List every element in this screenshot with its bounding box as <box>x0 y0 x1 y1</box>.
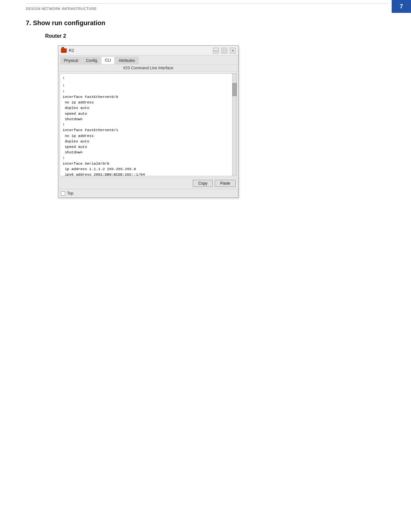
terminal-area[interactable]: ! !!interface FastEthernet0/0 no ip addr… <box>60 73 237 176</box>
header-text: DESIGN NETWORK INFRASTRUCTURE <box>26 7 97 11</box>
tab-attributes[interactable]: Attributes <box>115 57 139 64</box>
terminal-line: ! <box>60 83 237 88</box>
titlebar-controls[interactable]: — □ × <box>213 48 236 53</box>
subsection-title: Router 2 <box>45 33 385 39</box>
terminal-line: duplex auto <box>60 139 237 144</box>
main-content: 7. Show run configuration Router 2 R2 — … <box>26 19 385 198</box>
terminal-line: duplex auto <box>60 105 237 111</box>
top-checkbox[interactable] <box>61 191 65 196</box>
maximize-button[interactable]: □ <box>221 48 227 53</box>
tab-bar: Physical Config CLI Attributes <box>58 55 238 64</box>
page-header: DESIGN NETWORK INFRASTRUCTURE <box>26 3 388 11</box>
terminal-content: ! <box>60 73 237 83</box>
terminal-line: shutdown <box>60 116 237 122</box>
terminal-line: interface Serial0/0/0 <box>60 161 237 166</box>
terminal-line: ip address 1.1.1.2 255.255.255.0 <box>60 166 237 172</box>
terminal-line: no ip address <box>60 133 237 139</box>
copy-button[interactable]: Copy <box>193 180 213 187</box>
terminal-line: ! <box>60 89 237 94</box>
section-title: 7. Show run configuration <box>26 19 385 27</box>
terminal-line: speed auto <box>60 111 237 116</box>
minimize-button[interactable]: — <box>213 48 219 53</box>
terminal-lines: !!interface FastEthernet0/0 no ip addres… <box>60 83 237 176</box>
terminal-line: interface FastEthernet0/1 <box>60 127 237 133</box>
terminal-line: interface FastEthernet0/0 <box>60 94 237 100</box>
terminal-line: ipv6 address 2001:DB8:BCDE:202::1/64 <box>60 172 237 176</box>
ios-header: IOS Command Line Interface <box>58 64 238 72</box>
terminal-line: speed auto <box>60 144 237 150</box>
router-icon <box>61 48 67 53</box>
paste-button[interactable]: Paste <box>215 180 236 187</box>
page-number-badge: 7 <box>392 0 411 13</box>
bottom-bar: Top <box>58 189 238 198</box>
window-title: R2 <box>69 48 74 53</box>
terminal-line: shutdown <box>60 150 237 155</box>
terminal-line: no ip address <box>60 100 237 105</box>
titlebar-left: R2 <box>61 48 74 53</box>
tab-config[interactable]: Config <box>83 57 101 64</box>
top-label: Top <box>67 191 73 196</box>
titlebar: R2 — □ × <box>58 46 238 55</box>
tab-physical[interactable]: Physical <box>60 57 82 64</box>
terminal-line: ! <box>60 122 237 127</box>
button-bar: Copy Paste <box>58 178 238 189</box>
scrollbar[interactable] <box>232 73 237 176</box>
close-button[interactable]: × <box>230 48 236 53</box>
tab-cli[interactable]: CLI <box>101 56 114 64</box>
terminal-line: ! <box>60 155 237 161</box>
simulator-window: R2 — □ × Physical Config CLI Attributes … <box>58 45 239 198</box>
scrollbar-thumb[interactable] <box>232 83 237 96</box>
